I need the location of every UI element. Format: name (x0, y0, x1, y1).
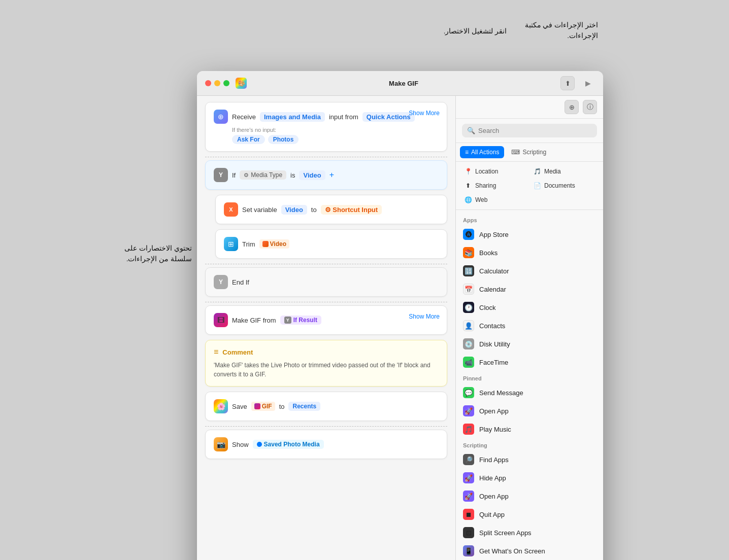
action-play-music[interactable]: 🎵 Play Music (456, 420, 603, 438)
action-contacts[interactable]: 👤 Contacts (456, 317, 603, 335)
action-facetime[interactable]: 📹 FaceTime (456, 353, 603, 371)
scripting-tab-label: Scripting (522, 149, 546, 156)
show-more-1[interactable]: Show More (409, 110, 440, 117)
photos-pill[interactable]: Photos (268, 135, 299, 144)
video-tag-if[interactable]: Video (299, 170, 325, 180)
split-screen-label: Split Screen Apps (479, 529, 532, 537)
media-type-tag[interactable]: ⚙ Media Type (240, 170, 286, 180)
make-gif-icon: 🎞 (214, 313, 228, 327)
play-music-label: Play Music (479, 426, 511, 433)
sharing-label: Sharing (475, 182, 496, 189)
save-label: Save (232, 403, 247, 410)
search-box: 🔍 (462, 124, 597, 137)
trim-icon: ⊞ (224, 237, 238, 251)
main-window: 🎨 Make GIF ⬆ ▶ ⊕ Receive Images and Medi… (197, 71, 603, 560)
add-action-button[interactable]: ⊕ (565, 100, 579, 114)
web-label: Web (475, 196, 487, 203)
open-app-pinned-label: Open App (479, 407, 509, 415)
calculator-label: Calculator (479, 267, 509, 275)
blue-dot (257, 442, 262, 447)
action-split-screen[interactable]: ⊡ Split Screen Apps (456, 523, 603, 542)
app-icon: 🎨 (236, 78, 247, 89)
receive-icon: ⊕ (214, 110, 228, 124)
hide-app-label: Hide App (479, 474, 506, 482)
action-calculator[interactable]: 🔢 Calculator (456, 262, 603, 280)
maximize-button[interactable] (223, 80, 229, 86)
recents-tag[interactable]: Recents (288, 402, 320, 411)
photos-icon: 🌸 (214, 399, 228, 413)
action-clock[interactable]: 🕐 Clock (456, 298, 603, 317)
scripting-section-title: Scripting (456, 438, 603, 450)
open-app-label: Open App (479, 493, 509, 500)
plus-button[interactable]: + (329, 170, 334, 180)
close-button[interactable] (205, 80, 211, 86)
action-open-app-pinned[interactable]: 🚀 Open App (456, 402, 603, 420)
images-media-tag[interactable]: Images and Media (260, 112, 325, 122)
books-icon: 📚 (463, 247, 474, 258)
annotation-top-right: اختر الإجراءات في مكتبة الإجراءات. (517, 20, 598, 42)
comment-header: ≡ Comment (214, 347, 439, 357)
minimize-button[interactable] (214, 80, 220, 86)
action-hide-app[interactable]: 🚀 Hide App (456, 469, 603, 487)
ask-for-pill[interactable]: Ask For (232, 135, 265, 144)
info-button[interactable]: ⓘ (583, 100, 597, 114)
receive-label: Receive (232, 113, 256, 121)
saved-photo-tag[interactable]: Saved Photo Media (253, 440, 324, 449)
location-icon: 📍 (464, 167, 472, 176)
filter-location[interactable]: 📍 Location (461, 165, 529, 178)
if-result-tag[interactable]: Y If Result (280, 316, 321, 325)
comment-label: Comment (222, 348, 253, 356)
titlebar: 🎨 Make GIF ⬆ ▶ (197, 71, 603, 96)
all-actions-tab-label: All Actions (471, 149, 499, 156)
search-input[interactable] (478, 127, 592, 134)
scripting-tab-icon: ⌨ (511, 149, 520, 156)
no-input-hint: If there's no input: (214, 127, 439, 133)
show-icon: 📷 (214, 437, 228, 451)
whats-on-screen-label: Get What's On Screen (479, 547, 545, 555)
video-trim-tag[interactable]: Video (259, 239, 289, 249)
to-label-2: to (279, 403, 285, 410)
location-label: Location (475, 168, 498, 175)
action-books[interactable]: 📚 Books (456, 243, 603, 262)
filter-documents[interactable]: 📄 Documents (530, 179, 598, 192)
documents-label: Documents (544, 182, 575, 189)
contacts-label: Contacts (479, 322, 505, 330)
content-area: ⊕ Receive Images and Media input from Qu… (197, 96, 603, 560)
play-button[interactable]: ▶ (581, 76, 595, 90)
receive-row: ⊕ Receive Images and Media input from Qu… (214, 110, 439, 124)
action-quit-app[interactable]: ⏹ Quit App (456, 505, 603, 523)
is-label: is (290, 171, 295, 179)
action-whats-on-screen[interactable]: 📱 Get What's On Screen (456, 542, 603, 560)
action-send-message[interactable]: 💬 Send Message (456, 383, 603, 402)
actions-panel: ⊕ ⓘ 🔍 ≡ All Actions (456, 96, 603, 560)
window-title: Make GIF (253, 80, 554, 87)
action-diskutility[interactable]: 💿 Disk Utility (456, 335, 603, 353)
action-open-app[interactable]: 🚀 Open App (456, 487, 603, 505)
gif-save-tag[interactable]: GIF (251, 402, 275, 411)
filter-grid: 📍 Location 🎵 Media ⬆ Sharing 📄 Documents (456, 162, 603, 210)
if-label: If (232, 171, 236, 179)
input-from-label: input from (329, 113, 358, 121)
set-variable-card: X Set variable Video to ⚙ Shortcut Input (215, 195, 447, 224)
share-button[interactable]: ⬆ (560, 76, 575, 90)
comment-icon: ≡ (214, 347, 218, 357)
tab-all-actions[interactable]: ≡ All Actions (460, 146, 504, 158)
filter-web[interactable]: 🌐 Web (461, 193, 529, 206)
save-card: 🌸 Save GIF to Recents (205, 392, 447, 421)
filter-media[interactable]: 🎵 Media (530, 165, 598, 178)
quick-actions-tag[interactable]: Quick Actions (362, 112, 415, 122)
actions-list: Apps 🅐 App Store 📚 Books 🔢 Calculator (456, 210, 603, 560)
show-more-2[interactable]: Show More (409, 313, 440, 320)
open-app-pinned-icon: 🚀 (463, 405, 474, 416)
gif-icon-sm (254, 403, 260, 409)
action-calendar[interactable]: 📅 Calendar (456, 280, 603, 298)
whats-on-screen-icon: 📱 (463, 545, 474, 556)
shortcut-input-tag[interactable]: ⚙ Shortcut Input (321, 205, 382, 215)
filter-sharing[interactable]: ⬆ Sharing (461, 179, 529, 192)
show-label: Show (232, 441, 249, 448)
tab-scripting[interactable]: ⌨ Scripting (506, 146, 551, 158)
video-var-tag[interactable]: Video (281, 205, 307, 215)
send-message-label: Send Message (479, 389, 523, 397)
action-find-apps[interactable]: 🔎 Find Apps (456, 450, 603, 469)
action-appstore[interactable]: 🅐 App Store (456, 225, 603, 243)
